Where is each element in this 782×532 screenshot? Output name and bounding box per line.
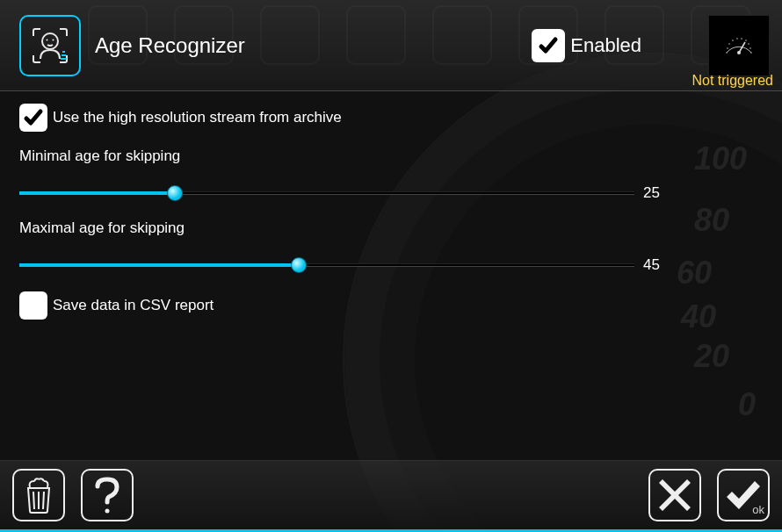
svg-point-5: [728, 43, 730, 45]
module-header: Age Recognizer Enabled: [0, 0, 782, 91]
check-icon: [538, 35, 559, 56]
min-age-slider[interactable]: [19, 191, 634, 195]
trash-icon: [21, 476, 56, 514]
svg-point-3: [726, 52, 728, 54]
hires-option[interactable]: Use the high resolution stream from arch…: [19, 104, 763, 132]
max-age-block: Maximal age for skipping 45: [19, 219, 763, 274]
svg-point-7: [736, 38, 738, 40]
min-age-block: Minimal age for skipping 25: [19, 147, 763, 202]
cancel-button[interactable]: [648, 469, 701, 521]
enabled-toggle[interactable]: Enabled: [532, 29, 641, 62]
footer-toolbar: ok: [0, 460, 782, 532]
enabled-label: Enabled: [570, 34, 641, 57]
hires-label: Use the high resolution stream from arch…: [53, 109, 342, 126]
max-age-thumb[interactable]: [291, 257, 307, 273]
page-title: Age Recognizer: [95, 33, 518, 58]
svg-point-11: [749, 47, 751, 49]
status-text: Not triggered: [692, 73, 774, 89]
svg-point-4: [727, 47, 728, 49]
csv-label: Save data in CSV report: [53, 297, 214, 314]
svg-point-2: [53, 39, 54, 40]
preview-dial-icon: [717, 24, 761, 68]
svg-point-1: [47, 39, 48, 40]
svg-point-0: [42, 33, 58, 49]
svg-point-13: [737, 51, 741, 54]
min-age-value: 25: [643, 184, 660, 202]
max-age-label: Maximal age for skipping: [19, 219, 763, 237]
svg-point-12: [750, 52, 752, 54]
preview-wrap: [708, 15, 770, 76]
max-age-slider[interactable]: [19, 263, 634, 267]
hires-checkbox[interactable]: [19, 104, 47, 132]
ok-sub-label: ok: [752, 503, 764, 516]
face-scan-icon: [28, 24, 72, 68]
ok-button[interactable]: ok: [717, 469, 770, 521]
csv-checkbox[interactable]: [19, 291, 47, 320]
min-age-thumb[interactable]: [167, 185, 183, 201]
max-age-value: 45: [643, 256, 660, 274]
check-icon: [23, 107, 44, 128]
preview-thumbnail[interactable]: [708, 15, 770, 76]
delete-button[interactable]: [12, 469, 65, 521]
svg-point-14: [105, 509, 110, 514]
svg-point-6: [732, 40, 734, 41]
enabled-checkbox[interactable]: [532, 29, 565, 62]
close-icon: [657, 478, 692, 513]
help-icon: [92, 476, 122, 514]
svg-point-8: [741, 38, 742, 40]
svg-point-10: [748, 43, 749, 45]
settings-content: Use the high resolution stream from arch…: [0, 91, 782, 320]
help-button[interactable]: [81, 469, 134, 521]
csv-option[interactable]: Save data in CSV report: [19, 291, 763, 320]
svg-point-9: [745, 40, 747, 41]
module-icon-box: [19, 15, 81, 76]
min-age-label: Minimal age for skipping: [19, 147, 763, 165]
